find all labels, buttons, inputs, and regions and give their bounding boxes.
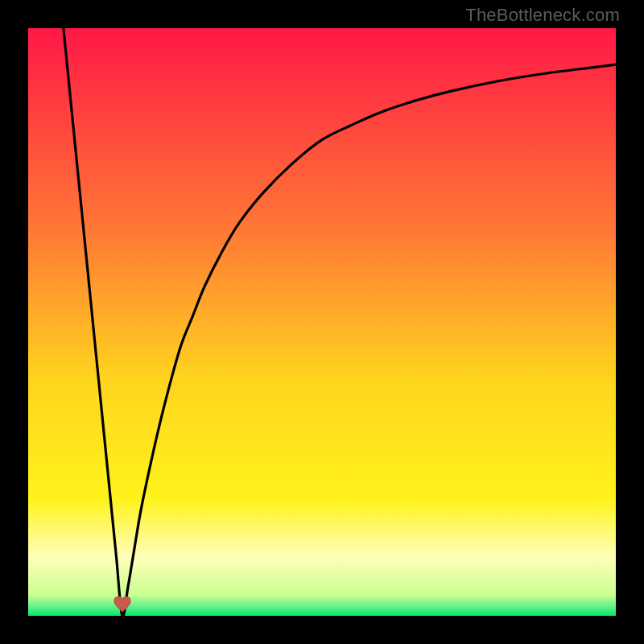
chart-frame: TheBottleneck.com [0, 0, 644, 644]
watermark-text: TheBottleneck.com [465, 5, 620, 26]
plot-area [28, 28, 616, 616]
bottleneck-curve [28, 28, 616, 616]
heart-marker-icon [111, 594, 134, 613]
